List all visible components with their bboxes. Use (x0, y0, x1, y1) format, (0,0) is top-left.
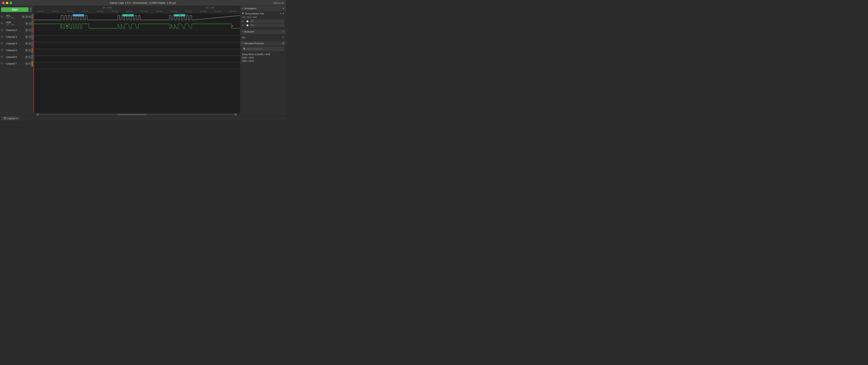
tick-1: +0.1 ms (49, 10, 63, 13)
decoded-protocols-gear[interactable]: ⚙ (282, 42, 284, 45)
a1-radio[interactable] (246, 20, 249, 22)
channel-close-sda[interactable]: ✕ (28, 22, 31, 25)
scroll-right-button[interactable]: ▶ (235, 113, 237, 116)
channel-prev-scl[interactable]: ▶ (28, 15, 31, 18)
start-button[interactable]: Start (1, 7, 28, 12)
timing-marker-gear[interactable]: ⚙ (282, 12, 284, 15)
tick-10: +0.1 ms (181, 10, 196, 13)
minimize-button[interactable] (6, 2, 8, 4)
triangle-icon: ▼ (242, 7, 244, 9)
tick-7: +0.7 ms (137, 10, 152, 13)
channel-close-6[interactable]: ✕ (28, 56, 31, 58)
ruler-section-left: 0 s : 0 ms (34, 6, 181, 10)
scrollbar-track[interactable] (39, 114, 235, 115)
analyzers-add-button[interactable]: + (283, 30, 284, 33)
channel-expand-scl[interactable]: ◀ (25, 15, 28, 18)
scroll-left-button[interactable]: ◀ (36, 113, 39, 116)
drag-handle-05[interactable]: ⠿ (5, 49, 6, 51)
annotation-a1-row: A1 ### (242, 20, 284, 23)
time-ruler-ticks: +0.9 ms +0.1 ms +0.2 ms +0.3 ms +0.4 ms … (33, 10, 240, 13)
protocol-item-2[interactable]: 0x55 + ACK (242, 59, 284, 63)
bottom-bar: 📷 Capture ▶ (0, 116, 286, 120)
annotations-title: ▼ Annotations (242, 7, 256, 10)
channel-name-2: Channel 2 (6, 29, 25, 31)
channel-name-sda: SDA I2C - SDA (6, 21, 25, 26)
drag-handle-04[interactable]: ⠿ (5, 43, 6, 45)
drag-handle-06[interactable]: ⠿ (5, 56, 6, 58)
tab-arrow-icon: ▶ (16, 117, 18, 119)
channel-name-4: Channel 4 (6, 42, 25, 45)
channel-gear-sda[interactable]: ⚙ (25, 22, 28, 25)
channel-gear-5[interactable]: ⚙ (25, 49, 28, 52)
channel-num-00: 00 (1, 16, 5, 18)
channel-close-4[interactable]: ✕ (28, 42, 31, 45)
timing-marker-triangle[interactable]: ▼ (280, 12, 282, 15)
channel-row-sda: 01 ⠿ SDA I2C - SDA ⚙ ✕ (0, 20, 33, 27)
channel-gear-3[interactable]: ⚙ (25, 35, 28, 38)
capture-tab[interactable]: 📷 Capture ▶ (2, 116, 20, 120)
drag-handle-00[interactable]: ⠿ (5, 16, 6, 18)
a2-value: ### (249, 24, 284, 27)
channel-close-3[interactable]: ✕ (28, 35, 31, 38)
options-menu[interactable]: Options ▼ (273, 2, 284, 4)
channel-close-5[interactable]: ✕ (28, 49, 31, 52)
annotations-add-button[interactable]: + (283, 7, 284, 10)
channel-gear-4[interactable]: ⚙ (25, 42, 28, 45)
search-bar[interactable]: 🔍 (242, 47, 284, 51)
annotations-header[interactable]: ▼ Annotations + (240, 6, 286, 11)
arrow-up-button[interactable]: ▲ (29, 7, 32, 9)
tick-3: +0.3 ms (78, 10, 93, 13)
signal-write-0x40: Write [0x40] (73, 14, 84, 17)
channel-gear-scl[interactable]: ⚙ (22, 15, 25, 18)
waveform-area: 0 s : 0 ms 0 s : 1 ms +0.9 ms +0.1 ms +0… (33, 6, 240, 116)
tick-8: +0.8 ms (152, 10, 166, 13)
drag-handle-01[interactable]: ⠿ (5, 22, 6, 24)
decoded-protocols-header[interactable]: ▼ Decoded Protocols ⚙ (240, 41, 286, 46)
a1-value: ### (249, 20, 284, 23)
scrollbar-thumb[interactable] (117, 114, 147, 115)
titlebar-controls (2, 2, 12, 4)
a2-label: A2 (242, 24, 246, 26)
titlebar: Saleae Logic 1.2.9 – [Connected] – [4 MH… (0, 0, 286, 6)
channel-num-02: 02 (1, 29, 5, 31)
scl-waveform (33, 13, 240, 22)
channel-num-06: 06 (1, 56, 5, 58)
channel-close-7[interactable]: ✕ (28, 62, 31, 65)
drag-handle-07[interactable]: ⠿ (5, 63, 6, 64)
channel-num-01: 01 (1, 22, 5, 25)
channel-color-bar-5 (32, 47, 32, 53)
channel-color-bar-3 (32, 34, 32, 40)
wave-row-ch6 (33, 57, 240, 64)
channel-row-5: 05 ⠿ Channel 5 ⚙ ✕ (0, 47, 33, 54)
channel-gear-7[interactable]: ⚙ (25, 62, 28, 65)
arrow-down-button[interactable]: ▼ (29, 10, 32, 12)
protocol-item-0[interactable]: Setup Write to [0x40] + ACK (242, 53, 284, 56)
annotations-content: ⚑ Timing Marker Pair ▼ ⚙ | A1 - A2 | = #… (240, 11, 286, 29)
tick-5: +0.5 ms (107, 10, 122, 13)
channel-row-4: 04 ⠿ Channel 4 ⚙ ✕ (0, 40, 33, 47)
analyzers-header[interactable]: ▼ Analyzers + (240, 29, 286, 34)
channel-num-04: 04 (1, 42, 5, 45)
drag-handle-02[interactable]: ⠿ (5, 29, 6, 31)
analyzer-gear-button[interactable]: ⚙ (282, 36, 284, 39)
wave-row-ch5 (33, 50, 240, 57)
analyzers-triangle-icon: ▼ (242, 31, 244, 33)
a2-radio[interactable] (246, 24, 249, 26)
search-protocols-input[interactable] (247, 48, 283, 50)
signal-0x55-ack: 0x55 + ACK (174, 14, 185, 17)
channel-close-2[interactable]: ✕ (28, 29, 31, 32)
channel-num-03: 03 (1, 36, 5, 38)
tick-9: +0.9 ms (166, 10, 181, 13)
channel-row-6: 06 ⠿ Channel 6 ⚙ ✕ (0, 54, 33, 60)
channel-row-2: 02 ⠿ Channel 2 ⚙ ✕ (0, 27, 33, 33)
close-button[interactable] (2, 2, 5, 4)
maximize-button[interactable] (10, 2, 12, 4)
decoded-protocols-section: ▼ Decoded Protocols ⚙ 🔍 Setup Write to [… (240, 41, 286, 116)
channel-panel: Start ▲ ▼ 00 ⠿ SCL I2C - SCL ⚙ ◀ ▶ 01 ⠿ … (0, 6, 33, 116)
start-area: Start ▲ ▼ (0, 6, 33, 13)
channel-gear-6[interactable]: ⚙ (25, 56, 28, 58)
drag-handle-03[interactable]: ⠿ (5, 36, 6, 38)
channel-gear-2[interactable]: ⚙ (25, 29, 28, 32)
analyzer-i2c-name: I2C (242, 36, 245, 39)
protocol-item-1[interactable]: 0x00 + ACK (242, 56, 284, 59)
